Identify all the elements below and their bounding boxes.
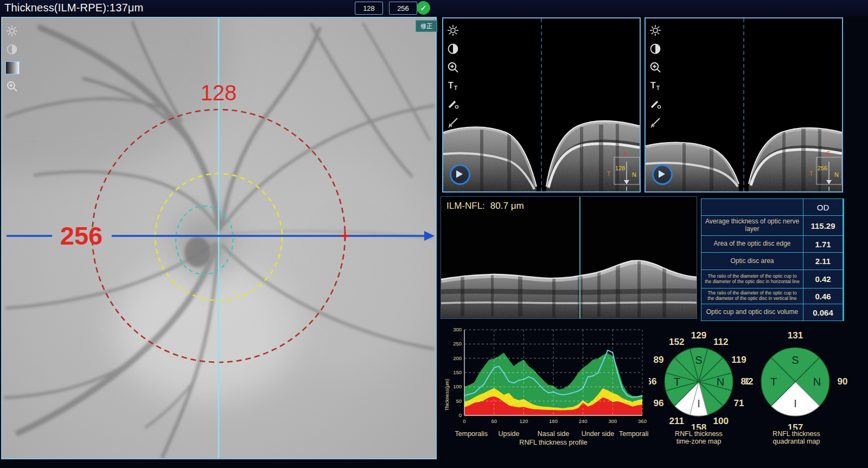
- axis-letter: N: [717, 376, 724, 388]
- metric-value: 0.42: [803, 270, 843, 288]
- metrics-table-body: Average thickness of optic nerve layer11…: [701, 216, 844, 320]
- metric-value: 2.11: [803, 253, 843, 270]
- grayscale-gradient-icon[interactable]: [5, 61, 20, 74]
- correction-button[interactable]: 修正: [416, 20, 437, 32]
- svg-text:50: 50: [456, 398, 462, 404]
- metric-value: 0.064: [803, 304, 843, 320]
- svg-text:0: 0: [463, 418, 465, 424]
- quadrant-map-caption: RNFL thicknessquadrantal map: [745, 430, 847, 445]
- region-label: Upside: [499, 430, 520, 438]
- scan-index-128-input[interactable]: [355, 2, 383, 15]
- axis-letter: I: [794, 398, 797, 409]
- fundus-image: 128 256: [2, 18, 436, 458]
- svg-text:360: 360: [638, 418, 647, 424]
- axis-letter: N: [813, 376, 821, 388]
- rnfl-timezone-map: 1291121198371100158211966689152SNIT: [649, 329, 749, 429]
- text-annotation-icon[interactable]: TT: [649, 79, 662, 92]
- region-label: Nasal side: [538, 430, 569, 438]
- metrics-row: Average thickness of optic nerve layer11…: [701, 216, 844, 235]
- axis-letter: T: [770, 376, 777, 388]
- metrics-row: Optic cup and optic disc volume0.064: [701, 304, 844, 320]
- zoom-in-icon[interactable]: [446, 61, 459, 74]
- svg-text:200: 200: [453, 355, 462, 361]
- sector-value: 89: [653, 355, 663, 365]
- svg-text:100: 100: [453, 383, 462, 389]
- oct-bscan-horizontal-panel[interactable]: STNI256TT: [644, 17, 843, 193]
- zoom-in-icon[interactable]: [649, 61, 662, 74]
- zoom-in-icon[interactable]: [5, 80, 18, 93]
- eye-side-header: OD: [803, 199, 843, 215]
- svg-text:T: T: [607, 170, 611, 177]
- svg-text:N: N: [632, 171, 636, 178]
- metric-value: 0.46: [803, 289, 843, 304]
- svg-text:T: T: [650, 81, 656, 90]
- svg-text:N: N: [834, 171, 839, 178]
- oct-bscan-image: STNI128: [443, 18, 640, 191]
- chart-title: RNFL thickness profile: [519, 439, 587, 446]
- thickness-title: Thickness(ILM-RPE):137μm: [4, 2, 143, 14]
- metrics-table: OD Average thickness of optic nerve laye…: [701, 198, 844, 321]
- svg-text:T: T: [656, 85, 660, 91]
- rnfl-thickness-profile-chart: 050100150200250300060120180240300360Thic…: [444, 324, 649, 456]
- svg-text:T: T: [448, 81, 454, 90]
- sector-value: 112: [713, 337, 728, 347]
- metrics-row: Optic disc area2.11: [701, 253, 844, 270]
- metrics-row: The ratio of the diameter of the optic c…: [701, 289, 844, 304]
- sector-value: 71: [734, 398, 744, 408]
- horizontal-scan-number: 256: [60, 221, 103, 250]
- metric-label: Optic disc area: [701, 253, 803, 270]
- brightness-icon[interactable]: [446, 24, 459, 37]
- ilm-nfl-thickness-label: ILM-NFL:80.7 μm: [446, 201, 524, 211]
- contrast-icon[interactable]: [5, 43, 18, 56]
- fundus-toolbar: [5, 24, 20, 98]
- svg-text:60: 60: [491, 418, 497, 424]
- svg-text:250: 250: [453, 341, 462, 347]
- svg-text:150: 150: [453, 369, 462, 375]
- brightness-icon[interactable]: [649, 24, 662, 37]
- axis-letter: S: [792, 354, 799, 366]
- svg-text:T: T: [454, 85, 457, 91]
- play-button[interactable]: [652, 164, 673, 185]
- ilm-nfl-scan-panel[interactable]: ILM-NFL:80.7 μm: [441, 196, 697, 319]
- scan-index-256-input[interactable]: [389, 2, 417, 15]
- metric-label: The ratio of the diameter of the optic c…: [701, 270, 803, 288]
- play-button[interactable]: [450, 164, 470, 185]
- sector-value: 158: [691, 422, 706, 429]
- vertical-scan-number: 128: [201, 81, 237, 105]
- sector-value: 66: [649, 376, 656, 387]
- sector-value: 152: [669, 337, 684, 347]
- sector-value: 129: [691, 330, 706, 341]
- region-label: Under side: [582, 430, 614, 438]
- oct-toolbar: TT: [446, 24, 461, 134]
- contrast-icon[interactable]: [649, 42, 662, 55]
- measure-icon[interactable]: [649, 98, 662, 111]
- text-annotation-icon[interactable]: TT: [446, 79, 459, 92]
- clear-icon[interactable]: [649, 116, 662, 129]
- brightness-icon[interactable]: [5, 24, 18, 37]
- sector-value: 82: [745, 376, 753, 387]
- top-bar: Thickness(ILM-RPE):137μm ✓: [0, 0, 868, 16]
- contrast-icon[interactable]: [446, 42, 459, 55]
- metric-value: 1.71: [803, 236, 843, 252]
- fundus-image-panel[interactable]: 128 256 修正: [1, 17, 437, 459]
- measure-icon[interactable]: [446, 98, 459, 111]
- axis-letter: S: [695, 354, 702, 366]
- svg-text:240: 240: [579, 418, 588, 424]
- scan-marker-number: 256: [818, 165, 827, 171]
- scan-marker-number: 128: [615, 165, 625, 171]
- metric-label: Area of the optic disc edge: [701, 236, 803, 252]
- svg-text:300: 300: [453, 326, 462, 332]
- metric-label: Optic cup and optic disc volume: [701, 304, 803, 320]
- svg-text:120: 120: [519, 418, 528, 424]
- metrics-row: The ratio of the diameter of the optic c…: [701, 270, 844, 288]
- svg-text:S: S: [826, 150, 830, 157]
- clear-icon[interactable]: [446, 116, 459, 129]
- svg-text:180: 180: [549, 418, 558, 424]
- axis-letter: I: [697, 398, 700, 409]
- oct-bscan-vertical-panel[interactable]: STNI128TT: [442, 17, 641, 193]
- svg-text:I: I: [626, 185, 627, 191]
- confirm-check-button[interactable]: ✓: [417, 1, 430, 15]
- oct-bscan-image: STNI256: [646, 18, 842, 191]
- metrics-row: Area of the optic disc edge1.71: [701, 236, 844, 252]
- sector-value: 157: [788, 422, 803, 429]
